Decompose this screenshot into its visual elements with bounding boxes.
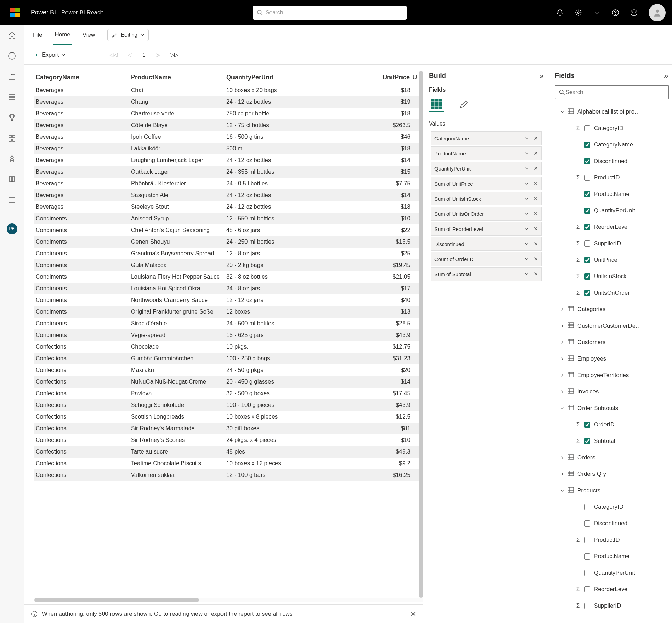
field-checkbox[interactable] — [584, 570, 590, 576]
expand-icon[interactable] — [558, 307, 566, 312]
table-row[interactable]: BeveragesCôte de Blaye12 - 75 cl bottles… — [34, 119, 423, 131]
table-row[interactable]: BeveragesChang24 - 12 oz bottles$19 — [34, 96, 423, 108]
expand-icon[interactable] — [558, 390, 566, 394]
value-pill[interactable]: Discontinued✕ — [431, 237, 542, 251]
field-checkbox[interactable] — [584, 240, 590, 247]
field-checkbox[interactable] — [584, 603, 590, 609]
field-table-node[interactable]: Orders — [555, 449, 670, 466]
table-row[interactable]: ConfectionsTeatime Chocolate Biscuits10 … — [34, 458, 423, 469]
fields-search[interactable] — [555, 85, 669, 99]
chevron-down-icon[interactable] — [525, 166, 529, 171]
field-item[interactable]: QuantityPerUnit — [555, 202, 670, 219]
field-item[interactable]: ΣUnitsOnOrder — [555, 285, 670, 301]
field-item[interactable]: Discontinued — [555, 153, 670, 169]
breadcrumb[interactable]: Power BI Reach — [61, 9, 104, 16]
feedback-icon[interactable] — [630, 9, 638, 16]
field-checkbox[interactable] — [584, 520, 590, 527]
column-header[interactable]: QuantityPerUnit — [225, 71, 320, 84]
value-pill[interactable]: Count of OrderID✕ — [431, 252, 542, 266]
expand-icon[interactable] — [558, 489, 566, 493]
remove-pill-icon[interactable]: ✕ — [533, 165, 538, 172]
value-pill[interactable]: Sum of ReorderLevel✕ — [431, 222, 542, 236]
close-info-icon[interactable]: ✕ — [410, 610, 416, 618]
chevron-down-icon[interactable] — [525, 257, 529, 261]
field-table-node[interactable]: Orders Qry — [555, 466, 670, 482]
table-row[interactable]: ConfectionsChocolade10 pkgs.$12.75 — [34, 341, 423, 353]
export-button[interactable]: Export — [32, 51, 65, 59]
field-checkbox[interactable] — [584, 142, 590, 148]
field-checkbox[interactable] — [584, 537, 590, 543]
search-box[interactable]: Search — [253, 6, 407, 20]
table-row[interactable]: CondimentsGenen Shouyu24 - 250 ml bottle… — [34, 236, 423, 248]
value-pill[interactable]: Sum of UnitsOnOrder✕ — [431, 207, 542, 221]
table-row[interactable]: ConfectionsSchoggi Schokolade100 - 100 g… — [34, 399, 423, 411]
field-checkbox[interactable] — [584, 586, 590, 592]
collapse-fields-icon[interactable]: » — [664, 72, 668, 80]
remove-pill-icon[interactable]: ✕ — [533, 271, 538, 277]
table-visual-icon[interactable] — [429, 97, 444, 112]
field-checkbox[interactable] — [584, 422, 590, 428]
table-row[interactable]: CondimentsChef Anton's Cajun Seasoning48… — [34, 224, 423, 236]
table-row[interactable]: CondimentsGrandma's Boysenberry Spread12… — [34, 248, 423, 259]
field-item[interactable]: ΣUnitPrice — [555, 252, 670, 268]
help-icon[interactable] — [612, 9, 619, 16]
download-icon[interactable] — [593, 9, 601, 16]
chevron-down-icon[interactable] — [525, 181, 529, 186]
remove-pill-icon[interactable]: ✕ — [533, 135, 538, 141]
table-row[interactable]: ConfectionsScottish Longbreads10 boxes x… — [34, 411, 423, 423]
workspace-badge[interactable]: PB — [7, 223, 17, 234]
field-checkbox[interactable] — [584, 257, 590, 263]
apps-rail-icon[interactable] — [8, 134, 16, 142]
table-row[interactable]: CondimentsVegie-spread15 - 625 g jars$43… — [34, 329, 423, 341]
expand-icon[interactable] — [558, 373, 566, 377]
values-well[interactable]: CategoryName✕ProductName✕QuantityPerUnit… — [429, 130, 543, 284]
column-header[interactable]: UnitPrice — [320, 71, 411, 84]
remove-pill-icon[interactable]: ✕ — [533, 256, 538, 262]
value-pill[interactable]: Sum of Subtotal✕ — [431, 267, 542, 281]
datahub-rail-icon[interactable] — [8, 93, 16, 101]
table-row[interactable]: ConfectionsPavlova32 - 500 g boxes$17.45 — [34, 388, 423, 399]
table-row[interactable]: BeveragesRhönbräu Klosterbier24 - 0.5 l … — [34, 178, 423, 189]
tab-view[interactable]: View — [81, 25, 97, 45]
field-checkbox[interactable] — [584, 125, 590, 131]
field-item[interactable]: ProductName — [555, 186, 670, 202]
column-header[interactable]: CategoryName — [34, 71, 130, 84]
table-row[interactable]: CondimentsGula Malacca20 - 2 kg bags$19.… — [34, 259, 423, 271]
table-row[interactable]: BeveragesChai10 boxes x 20 bags$18 — [34, 84, 423, 96]
field-checkbox[interactable] — [584, 208, 590, 214]
field-item[interactable]: ΣProductID — [555, 169, 670, 186]
table-row[interactable]: CondimentsSirop d'érable24 - 500 ml bott… — [34, 318, 423, 329]
field-checkbox[interactable] — [584, 224, 590, 230]
pager-first-icon[interactable]: ◁◁ — [109, 52, 118, 58]
table-row[interactable]: ConfectionsTarte au sucre48 pies$49.3 — [34, 446, 423, 458]
field-item[interactable]: CategoryID — [555, 499, 670, 515]
table-row[interactable]: BeveragesOutback Lager24 - 355 ml bottle… — [34, 166, 423, 178]
field-checkbox[interactable] — [584, 290, 590, 296]
expand-icon[interactable] — [558, 406, 566, 410]
pager-next-icon[interactable]: ▷ — [156, 52, 160, 58]
report-table[interactable]: CategoryNameProductNameQuantityPerUnitUn… — [34, 71, 423, 481]
deployment-rail-icon[interactable] — [8, 155, 16, 163]
table-row[interactable]: ConfectionsValkoinen suklaa12 - 100 g ba… — [34, 469, 423, 481]
goals-rail-icon[interactable] — [8, 114, 16, 122]
field-checkbox[interactable] — [584, 175, 590, 181]
pager-last-icon[interactable]: ▷▷ — [170, 52, 178, 58]
field-item[interactable]: ΣSubtotal — [555, 433, 670, 449]
field-checkbox[interactable] — [584, 438, 590, 444]
field-item[interactable]: ΣSupplierID — [555, 598, 670, 614]
field-item[interactable]: ΣCategoryID — [555, 120, 670, 137]
table-row[interactable]: ConfectionsSir Rodney's Marmalade30 gift… — [34, 423, 423, 434]
remove-pill-icon[interactable]: ✕ — [533, 211, 538, 217]
tab-home[interactable]: Home — [53, 25, 71, 45]
field-item[interactable]: Discontinued — [555, 515, 670, 532]
field-table-node[interactable]: Employees — [555, 351, 670, 367]
expand-icon[interactable] — [558, 472, 566, 476]
account-avatar[interactable] — [649, 4, 666, 21]
pager-prev-icon[interactable]: ◁ — [128, 52, 132, 58]
table-row[interactable]: CondimentsOriginal Frankfurter grüne Soß… — [34, 306, 423, 318]
value-pill[interactable]: ProductName✕ — [431, 146, 542, 160]
field-item[interactable]: ΣReorderLevel — [555, 581, 670, 598]
table-row[interactable]: CondimentsAniseed Syrup12 - 550 ml bottl… — [34, 213, 423, 224]
chevron-down-icon[interactable] — [525, 227, 529, 231]
expand-icon[interactable] — [558, 357, 566, 361]
